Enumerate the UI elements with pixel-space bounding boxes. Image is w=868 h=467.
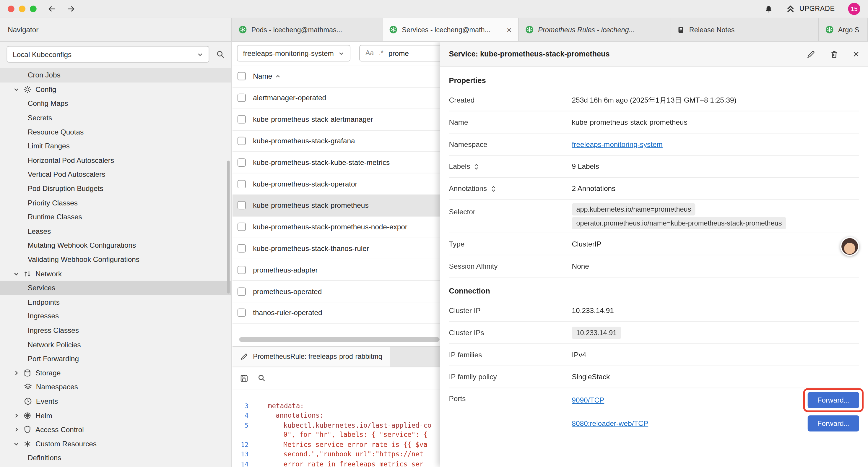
row-checkbox[interactable] (238, 223, 246, 231)
sidebar-item-label: Horizontal Pod Autoscalers (28, 156, 114, 164)
prop-value: 10.233.14.91 (572, 306, 859, 315)
row-checkbox[interactable] (238, 309, 246, 317)
name-column-header[interactable]: Name (253, 72, 280, 80)
sidebar-item-limit-ranges[interactable]: Limit Ranges (0, 139, 231, 153)
service-name: kube-prometheus-stack-alertmanager (253, 115, 373, 123)
sidebar-item-priority-classes[interactable]: Priority Classes (0, 196, 231, 210)
sidebar-item-secrets[interactable]: Secrets (0, 111, 231, 125)
row-checkbox[interactable] (238, 180, 246, 188)
sidebar-item-access-control[interactable]: Access Control (0, 422, 231, 437)
sidebar-item-horizontal-pod-autoscalers[interactable]: Horizontal Pod Autoscalers (0, 153, 231, 167)
tab-argo-s[interactable]: Argo S (819, 18, 868, 41)
navigator-sidebar: Local Kubeconfigs Cron JobsConfigConfig … (0, 42, 232, 467)
tab-prometheus-rules-icecheng[interactable]: Prometheus Rules - icecheng... (519, 18, 670, 41)
namespace-link[interactable]: freeleaps-monitoring-system (572, 140, 663, 148)
sidebar-item-label: Port Forwarding (28, 355, 79, 363)
sidebar-item-vertical-pod-autoscalers[interactable]: Vertical Pod Autoscalers (0, 167, 231, 181)
sidebar-item-config-maps[interactable]: Config Maps (0, 96, 231, 111)
sidebar-tree: Cron JobsConfigConfig MapsSecretsResourc… (0, 68, 231, 467)
back-arrow-icon[interactable] (48, 5, 56, 13)
sidebar-item-services[interactable]: Services (0, 281, 231, 295)
prop-label: Type (449, 240, 572, 248)
row-checkbox[interactable] (238, 115, 246, 123)
prop-label-text: Created (449, 96, 475, 104)
sidebar-item-label: Validating Webhook Configurations (28, 255, 140, 264)
edit-icon[interactable] (807, 50, 815, 59)
row-checkbox[interactable] (238, 287, 246, 296)
helm-icon (23, 411, 32, 419)
avatar[interactable] (840, 237, 859, 256)
horizontal-scrollbar[interactable] (239, 337, 439, 342)
namespace-selector[interactable]: freeleaps-monitoring-system (237, 45, 350, 61)
expand-icon[interactable] (491, 185, 496, 193)
sidebar-item-port-forwarding[interactable]: Port Forwarding (0, 352, 231, 366)
tab-close-icon[interactable]: × (507, 25, 512, 34)
window-zoom-button[interactable] (30, 6, 36, 12)
sidebar-item-helm[interactable]: Helm (0, 408, 231, 422)
forward-arrow-icon[interactable] (66, 5, 75, 13)
sidebar-item-definitions[interactable]: Definitions (0, 451, 231, 465)
forward-button[interactable]: Forward... (808, 415, 859, 431)
window-minimize-button[interactable] (19, 6, 25, 12)
sidebar-item-network[interactable]: Network (0, 267, 231, 281)
sidebar-item-resource-quotas[interactable]: Resource Quotas (0, 125, 231, 139)
row-checkbox[interactable] (238, 94, 246, 102)
sidebar-scrollbar[interactable] (227, 160, 229, 293)
notification-count-badge[interactable]: 15 (848, 3, 860, 15)
select-all-checkbox[interactable] (238, 72, 246, 80)
sidebar-item-validating-webhook-configurations[interactable]: Validating Webhook Configurations (0, 253, 231, 267)
expand-icon[interactable] (474, 163, 479, 170)
match-case-toggle[interactable]: Aa (366, 49, 374, 57)
dock-tab-prometheusrule[interactable]: PrometheusRule: freeleaps-prod-rabbitmq (232, 347, 391, 367)
kubeconfig-selector[interactable]: Local Kubeconfigs (6, 46, 209, 63)
row-checkbox[interactable] (238, 201, 246, 209)
tab-release-notes[interactable]: Release Notes (670, 18, 819, 41)
sidebar-item-events[interactable]: Events (0, 394, 231, 408)
line-number: 13 (232, 450, 256, 458)
search-icon[interactable] (257, 374, 266, 382)
tab-label: Services - icecheng@math... (402, 26, 499, 33)
sidebar-item-cron-jobs[interactable]: Cron Jobs (0, 68, 231, 82)
sidebar-item-custom-resources[interactable]: Custom Resources (0, 437, 231, 451)
forward-button[interactable]: Forward... (808, 392, 859, 408)
sidebar-item-label: Resource Quotas (28, 128, 84, 136)
regex-toggle[interactable]: .* (379, 49, 383, 57)
sidebar-item-endpoints[interactable]: Endpoints (0, 295, 231, 309)
tab-services-icecheng-math[interactable]: Services - icecheng@math...× (382, 18, 519, 41)
sidebar-item-mutating-webhook-configurations[interactable]: Mutating Webhook Configurations (0, 238, 231, 253)
upgrade-button[interactable]: UPGRADE (786, 5, 835, 13)
sidebar-item-config[interactable]: Config (0, 82, 231, 96)
prop-value: kube-prometheus-stack-prometheus (572, 118, 859, 126)
row-checkbox[interactable] (238, 158, 246, 167)
value-badge: app.kubernetes.io/name=prometheus (572, 203, 696, 215)
sidebar-item-pod-disruption-budgets[interactable]: Pod Disruption Budgets (0, 181, 231, 196)
delete-icon[interactable] (830, 50, 839, 59)
sidebar-item-runtime-classes[interactable]: Runtime Classes (0, 210, 231, 224)
sidebar-item-namespaces[interactable]: Namespaces (0, 380, 231, 394)
sidebar-item-ingress-classes[interactable]: Ingress Classes (0, 323, 231, 338)
tab-pods-icecheng-mathmas[interactable]: Pods - icecheng@mathmas... (232, 18, 382, 41)
row-checkbox[interactable] (238, 137, 246, 145)
save-icon[interactable] (240, 374, 248, 382)
search-icon[interactable] (216, 50, 225, 59)
sidebar-item-ingresses[interactable]: Ingresses (0, 309, 231, 323)
close-icon[interactable]: × (853, 48, 859, 60)
ports-list: 9090/TCPForward...8080:reloader-web/TCPF… (572, 388, 859, 435)
line-number: 3 (232, 402, 256, 410)
line-number: 12 (232, 441, 256, 448)
row-checkbox[interactable] (238, 266, 246, 274)
row-checkbox[interactable] (238, 244, 246, 253)
sidebar-item-storage[interactable]: Storage (0, 366, 231, 380)
chevron-down-icon (13, 441, 20, 447)
sidebar-item-label: Limit Ranges (28, 142, 70, 150)
port-link[interactable]: 9090/TCP (572, 396, 604, 404)
port-line: 8080:reloader-web/TCPForward... (572, 412, 859, 435)
bell-icon[interactable] (765, 5, 773, 13)
prop-label-text: Ports (449, 394, 466, 403)
window-close-button[interactable] (8, 6, 14, 12)
sidebar-item-network-policies[interactable]: Network Policies (0, 338, 231, 352)
kubernetes-icon (239, 25, 247, 34)
port-link[interactable]: 8080:reloader-web/TCP (572, 419, 649, 428)
sidebar-item-leases[interactable]: Leases (0, 224, 231, 238)
sidebar-item-label: Config Maps (28, 99, 68, 108)
